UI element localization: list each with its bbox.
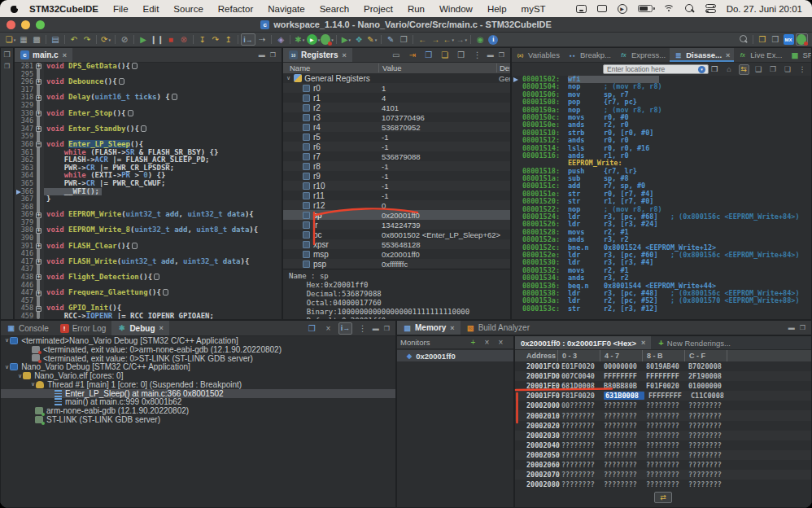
hex-cell[interactable]: ???????? bbox=[642, 461, 684, 469]
remove-all-monitors-icon[interactable]: × bbox=[496, 337, 506, 348]
menu-file[interactable]: File bbox=[106, 4, 136, 14]
menu-search[interactable]: Search bbox=[312, 4, 356, 14]
switch-memory-monitor-icon[interactable]: ⇄ bbox=[654, 492, 672, 503]
fold-marker[interactable]: − bbox=[33, 306, 44, 312]
info-icon[interactable]: i bbox=[487, 33, 500, 46]
tab-registers[interactable]: 10Registers× bbox=[283, 48, 352, 62]
resume-icon[interactable]: ▶ bbox=[138, 33, 150, 46]
hex-address[interactable]: 20002000 bbox=[515, 401, 557, 409]
folded-body-icon[interactable] bbox=[141, 125, 146, 132]
hex-column-address[interactable]: Address bbox=[515, 350, 557, 361]
close-icon[interactable]: × bbox=[343, 51, 347, 59]
hex-address[interactable]: 20002060 bbox=[515, 461, 557, 469]
column-description[interactable]: Des bbox=[496, 64, 510, 72]
tab-debug[interactable]: ✱Debug× bbox=[111, 321, 168, 335]
code-line[interactable]: 367} bbox=[15, 195, 282, 204]
folded-body-icon[interactable] bbox=[132, 63, 138, 69]
register-row-r9[interactable]: r9-1 bbox=[283, 171, 510, 181]
hex-cell[interactable]: FFFFFFFF bbox=[642, 372, 684, 380]
folded-body-icon[interactable] bbox=[119, 78, 124, 85]
debug-tree-item[interactable]: ∨<terminated>Nano_Vario Debug [STM32 C/C… bbox=[1, 336, 395, 345]
register-row-psp[interactable]: psp0xfffffffc bbox=[283, 259, 510, 269]
control-center-icon[interactable] bbox=[705, 4, 716, 13]
close-icon[interactable]: × bbox=[450, 324, 454, 332]
menu-window[interactable]: Window bbox=[432, 4, 480, 14]
wifi-icon[interactable] bbox=[663, 5, 674, 13]
hex-address[interactable]: 20002010 bbox=[515, 412, 557, 420]
hex-cell[interactable]: 00?????? bbox=[557, 401, 600, 409]
annotate-icon[interactable]: ✎ bbox=[385, 33, 397, 46]
menu-bar-clock[interactable]: Do. 27. Juni 20:01 bbox=[727, 4, 802, 14]
hex-row[interactable]: 20002010???????????????????????????????? bbox=[515, 410, 811, 420]
code-line[interactable]: 391+void FLASH_Clear(){ bbox=[15, 243, 282, 251]
folded-body-icon[interactable] bbox=[154, 274, 159, 280]
register-row-xpsr[interactable]: xpsr553648128 bbox=[283, 239, 510, 249]
folded-body-icon[interactable] bbox=[163, 289, 168, 296]
fold-marker[interactable]: + bbox=[33, 95, 44, 101]
code-line[interactable]: 417+void FLASH_Write(uint32_t add, uint3… bbox=[15, 258, 282, 266]
hex-address[interactable]: 20002020 bbox=[515, 422, 557, 430]
code-editor[interactable]: 281+void DPS_GetData(){295296+void Debou… bbox=[15, 63, 282, 319]
hex-column-8-b[interactable]: 8 - B bbox=[642, 350, 684, 361]
restore-view-icon[interactable]: ❒ bbox=[3, 50, 10, 59]
debug-tree-item[interactable]: ∨Nano_Vario.elf [cores: 0] bbox=[1, 371, 395, 380]
code-line[interactable]: 366 __WFI(); bbox=[15, 188, 282, 196]
register-row-pc[interactable]: pc0x8001502 <Enter_LP_Sleep+62> bbox=[283, 230, 510, 239]
menu-run[interactable]: Run bbox=[400, 4, 432, 14]
pencil-icon[interactable]: ✎▾ bbox=[366, 33, 378, 46]
hex-cell[interactable]: 01000000 bbox=[684, 382, 727, 390]
menu-source[interactable]: Source bbox=[166, 4, 210, 14]
hex-cell[interactable]: 631B0008 bbox=[604, 392, 644, 400]
hex-cell[interactable]: ???????? bbox=[557, 451, 600, 459]
register-row-r1[interactable]: r14 bbox=[283, 93, 510, 103]
window-title-bar[interactable]: c workspace_1.14.0 - Nano_Vario/Core/Src… bbox=[0, 17, 812, 33]
code-generation-icon[interactable]: ❖ bbox=[353, 33, 365, 46]
tab-live-ex[interactable]: fxLive Ex... bbox=[734, 48, 786, 62]
fold-expand-icon[interactable]: + bbox=[36, 126, 41, 132]
hex-row[interactable]: 20002050???????????????????????????????? bbox=[515, 450, 811, 460]
fold-marker[interactable]: + bbox=[33, 64, 44, 69]
maximize-icon[interactable]: ❒ bbox=[499, 51, 506, 59]
debug-tree-item[interactable]: arm-none-eabi-gdb (12.1.90.20220802) bbox=[1, 406, 395, 415]
minimize-icon[interactable]: ▬ bbox=[259, 51, 267, 59]
column-value[interactable]: Value bbox=[378, 64, 496, 72]
maximize-icon[interactable]: ❒ bbox=[384, 325, 391, 332]
external-tools-icon[interactable]: ▶▾ bbox=[340, 33, 352, 46]
hex-address[interactable]: 20001FE0 bbox=[515, 382, 557, 390]
hex-cell[interactable]: FFFFFFFF bbox=[600, 372, 642, 380]
code-line[interactable]: 380+void EEPROM_Write_8(uint32_t add, ui… bbox=[15, 226, 282, 234]
fold-expand-icon[interactable]: + bbox=[36, 228, 41, 234]
fold-expand-icon[interactable]: + bbox=[36, 212, 41, 218]
step-return-icon[interactable]: ↥ bbox=[222, 33, 234, 46]
undo-icon[interactable]: ↶ bbox=[68, 33, 81, 46]
hex-column-4-7[interactable]: 4 - 7 bbox=[600, 350, 642, 361]
view-menu-icon[interactable]: ⋮ bbox=[356, 322, 369, 335]
disassembly-line[interactable]: 0800153c:strr2, [r3, #12] bbox=[512, 305, 811, 313]
next-edit-icon[interactable]: → bbox=[430, 33, 442, 46]
location-dropdown-icon[interactable]: ▾ bbox=[698, 66, 705, 73]
save-icon[interactable]: ▦ bbox=[18, 33, 30, 46]
new-wizard-icon[interactable]: ❏▾ bbox=[5, 33, 17, 46]
fold-expand-icon[interactable]: + bbox=[36, 259, 41, 265]
close-icon[interactable]: × bbox=[159, 324, 164, 332]
fold-expand-icon[interactable]: + bbox=[36, 95, 41, 101]
toggle-breakpoint-icon[interactable]: ❑ bbox=[753, 64, 764, 75]
close-icon[interactable]: × bbox=[63, 51, 67, 59]
battery-icon[interactable] bbox=[638, 5, 653, 12]
menu-refactor[interactable]: Refactor bbox=[211, 4, 260, 14]
hex-cell[interactable]: ???????? bbox=[684, 401, 727, 409]
hex-cell[interactable]: 2F190008 bbox=[684, 372, 727, 380]
hex-cell[interactable]: ???????? bbox=[557, 431, 600, 440]
instruction-stepping-icon[interactable]: i→ bbox=[338, 322, 353, 335]
fold-expand-icon[interactable]: + bbox=[36, 79, 41, 85]
hex-cell[interactable]: ???????? bbox=[642, 471, 684, 479]
view-menu-icon[interactable]: ⋮ bbox=[471, 49, 483, 61]
hex-cell[interactable]: ???????? bbox=[684, 461, 727, 469]
hex-row[interactable]: 20001FF0F81F0020631B0008FFFFFFFFC11C0008 bbox=[515, 391, 811, 401]
run-icon[interactable]: ▶▾ bbox=[307, 33, 321, 46]
maximize-icon[interactable]: ❒ bbox=[270, 51, 277, 59]
hex-row[interactable]: 2000200000?????????????????????????????? bbox=[515, 401, 811, 410]
hex-cell[interactable]: ???????? bbox=[642, 412, 684, 420]
menu-project[interactable]: Project bbox=[356, 4, 400, 14]
hex-row[interactable]: 20002060???????????????????????????????? bbox=[515, 460, 811, 470]
